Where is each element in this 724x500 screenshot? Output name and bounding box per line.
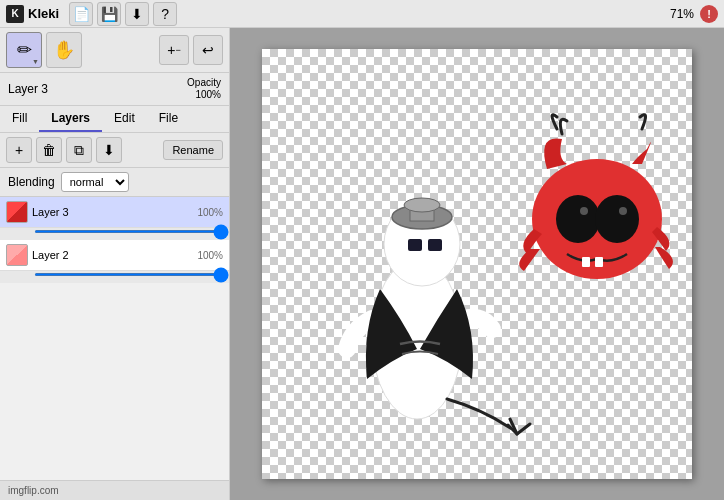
active-layer-name: Layer 3 (8, 82, 48, 96)
svg-point-13 (619, 207, 627, 215)
canvas-area[interactable] (230, 28, 724, 500)
blending-row: Blending normal multiply screen overlay (0, 168, 229, 197)
download-button[interactable]: ⬇ (125, 2, 149, 26)
layer-2-opacity: 100% (197, 250, 223, 261)
tab-edit[interactable]: Edit (102, 106, 147, 132)
add-layer-button[interactable]: + (6, 137, 32, 163)
zoom-tools: +− ↩ (159, 35, 223, 65)
svg-point-9 (595, 195, 639, 243)
tab-fill[interactable]: Fill (0, 106, 39, 132)
opacity-value: 100% (187, 89, 221, 101)
topbar: K Kleki 📄 💾 ⬇ ? 71% ! (0, 0, 724, 28)
copy-layer-button[interactable]: ⧉ (66, 137, 92, 163)
svg-point-8 (556, 195, 600, 243)
blending-select[interactable]: normal multiply screen overlay (61, 172, 129, 192)
tools-toolbar: ✏ ▼ ✋ +− ↩ (0, 28, 229, 73)
opacity-display: Opacity 100% (187, 77, 221, 101)
warning-icon: ! (700, 5, 718, 23)
layer-actions: + 🗑 ⧉ ⬇ Rename (0, 133, 229, 168)
merge-layer-button[interactable]: ⬇ (96, 137, 122, 163)
zoom-display: 71% (670, 7, 694, 21)
canvas-wrapper (262, 49, 692, 479)
main-area: ✏ ▼ ✋ +− ↩ Layer 3 Opacity 100% Fill Lay… (0, 28, 724, 500)
topbar-right: 71% ! (670, 5, 718, 23)
tab-layers[interactable]: Layers (39, 106, 102, 132)
help-button[interactable]: ? (153, 2, 177, 26)
logo-icon: K (6, 5, 24, 23)
tab-file[interactable]: File (147, 106, 190, 132)
layer-info-row: Layer 3 Opacity 100% (0, 73, 229, 106)
layer-2-slider-row (0, 271, 229, 283)
status-text: imgflip.com (8, 485, 59, 496)
status-bar: imgflip.com (0, 480, 229, 500)
draw-tool-arrow: ▼ (32, 58, 39, 65)
layer-2-name: Layer 2 (32, 249, 193, 261)
svg-rect-11 (595, 257, 603, 267)
topbar-buttons: 📄 💾 ⬇ ? (69, 2, 177, 26)
app-title: Kleki (28, 6, 59, 21)
save-button[interactable]: 💾 (97, 2, 121, 26)
opacity-label: Opacity (187, 77, 221, 89)
svg-point-4 (404, 198, 440, 212)
layer-2-opacity-slider[interactable] (34, 273, 229, 276)
drawing-canvas[interactable] (262, 49, 692, 479)
sidebar: ✏ ▼ ✋ +− ↩ Layer 3 Opacity 100% Fill Lay… (0, 28, 230, 500)
layer-3-name: Layer 3 (32, 206, 193, 218)
rename-layer-button[interactable]: Rename (163, 140, 223, 160)
layer-3-opacity: 100% (197, 207, 223, 218)
blending-label: Blending (8, 175, 55, 189)
delete-layer-button[interactable]: 🗑 (36, 137, 62, 163)
pan-tool-button[interactable]: ✋ (46, 32, 82, 68)
layer-3-thumbnail (6, 201, 28, 223)
svg-rect-10 (582, 257, 590, 267)
app-logo: K Kleki (6, 5, 59, 23)
svg-point-12 (580, 207, 588, 215)
svg-rect-5 (408, 239, 422, 251)
new-file-button[interactable]: 📄 (69, 2, 93, 26)
layers-list: Layer 3 100% Layer 2 100% (0, 197, 229, 480)
tab-bar: Fill Layers Edit File (0, 106, 229, 133)
undo-button[interactable]: ↩ (193, 35, 223, 65)
svg-rect-6 (428, 239, 442, 251)
layer-2-thumbnail (6, 244, 28, 266)
layer-3-opacity-slider[interactable] (34, 230, 229, 233)
zoom-value: 71% (670, 7, 694, 21)
layer-3-slider-row (0, 228, 229, 240)
zoom-in-button[interactable]: +− (159, 35, 189, 65)
draw-tool-button[interactable]: ✏ ▼ (6, 32, 42, 68)
